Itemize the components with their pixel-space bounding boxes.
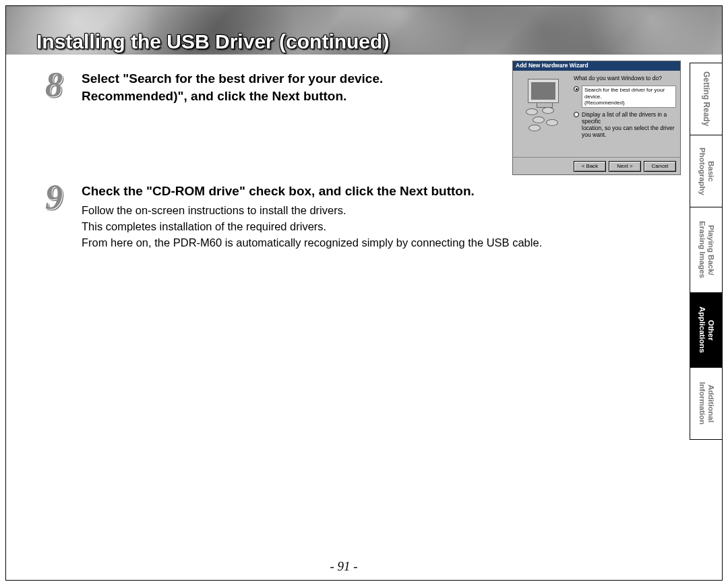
step-9-line1: Follow the on-screen instructions to ins…	[82, 203, 681, 219]
wizard-option2-line2: location, so you can select the driver y…	[582, 125, 676, 138]
step-8-heading: Select "Search for the best driver for y…	[82, 70, 506, 104]
cancel-button[interactable]: Cancel	[644, 161, 676, 172]
radio-icon	[574, 112, 579, 117]
tab-basic-photography[interactable]: Basic Photography	[690, 135, 722, 207]
monitor-icon	[528, 79, 559, 103]
step-9-heading: Check the "CD-ROM drive" check box, and …	[82, 183, 681, 200]
wizard-option2-line1: Display a list of all the drivers in a s…	[582, 111, 676, 125]
wizard-title-bar: Add New Hardware Wizard	[513, 61, 680, 71]
step-number-9: 9	[37, 178, 71, 216]
header-band: Installing the USB Driver (continued)	[6, 6, 722, 55]
step-8-body: Select "Search for the best driver for y…	[82, 66, 506, 104]
tab-playing-back[interactable]: Playing Back/ Erasing Images	[690, 207, 722, 293]
step-9-line3: From here on, the PDR-M60 is automatical…	[82, 235, 681, 251]
step-9: 9 Check the "CD-ROM drive" check box, an…	[37, 178, 681, 251]
content-area: Add New Hardware Wizard What do you want…	[37, 61, 681, 546]
step-9-body: Check the "CD-ROM drive" check box, and …	[82, 178, 681, 251]
next-button[interactable]: Next >	[609, 161, 641, 172]
wizard-option2-text: Display a list of all the drivers in a s…	[582, 111, 676, 139]
tab-additional-information[interactable]: Additional Information	[690, 367, 722, 440]
wizard-prompt: What do you want Windows to do?	[574, 75, 676, 82]
discs-icon	[523, 107, 564, 134]
wizard-option1-line2: (Recommended)	[584, 100, 673, 106]
tab-other-applications[interactable]: Other Applications	[690, 292, 722, 368]
wizard-footer: < Back Next > Cancel	[513, 157, 680, 174]
wizard-illustration	[517, 75, 570, 153]
tab-getting-ready[interactable]: Getting Ready	[690, 63, 722, 135]
wizard-option-search[interactable]: Search for the best driver for your devi…	[574, 86, 676, 108]
wizard-options-panel: What do you want Windows to do? Search f…	[574, 75, 676, 153]
radio-icon	[574, 86, 579, 92]
wizard-option1-line1: Search for the best driver for your devi…	[584, 87, 673, 100]
page-title: Installing the USB Driver (continued)	[36, 30, 389, 53]
wizard-body: What do you want Windows to do? Search f…	[513, 71, 680, 157]
step-number-8: 8	[37, 66, 71, 104]
step-8-heading-line2: Recommended)", and click the Next button…	[82, 89, 346, 103]
step-8-heading-line1: Select "Search for the best driver for y…	[82, 71, 383, 86]
page-number: - 91 -	[0, 559, 688, 574]
step-9-line2: This completes installation of the requi…	[82, 219, 681, 235]
wizard-option-search-box: Search for the best driver for your devi…	[582, 86, 676, 108]
back-button[interactable]: < Back	[574, 161, 606, 172]
wizard-screenshot: Add New Hardware Wizard What do you want…	[512, 61, 681, 175]
side-tabs: Getting Ready Basic Photography Playing …	[690, 63, 722, 439]
wizard-option-list[interactable]: Display a list of all the drivers in a s…	[574, 111, 676, 139]
